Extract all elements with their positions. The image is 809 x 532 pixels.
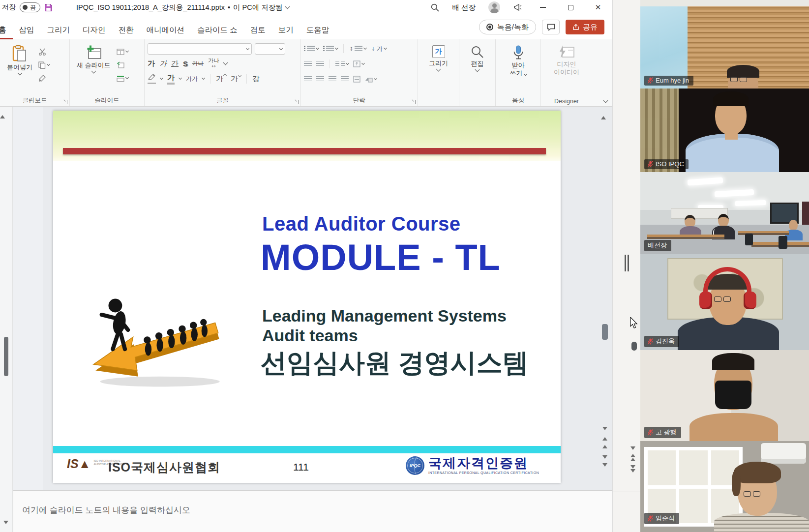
chevron-down-icon[interactable] (475, 67, 480, 72)
tab-slideshow[interactable]: 슬라이드 쇼 (191, 21, 244, 39)
text-shadow-button[interactable]: S (183, 59, 188, 68)
new-slide-button[interactable]: 새 슬라이드 (73, 42, 115, 96)
tab-draw[interactable]: 그리기 (41, 21, 77, 39)
chevron-down-icon[interactable] (384, 46, 387, 50)
font-dialog-launcher[interactable] (294, 100, 299, 104)
chevron-down-icon[interactable] (202, 76, 205, 80)
feedback-megaphone-icon[interactable] (513, 3, 523, 12)
chevron-down-icon[interactable] (335, 46, 338, 50)
thumbnail-scrollbar-thumb[interactable] (4, 337, 8, 376)
numbering-button[interactable] (323, 44, 338, 53)
chevron-down-icon[interactable] (363, 46, 367, 50)
align-center-button[interactable] (316, 75, 324, 84)
chevron-down-icon[interactable] (374, 77, 377, 80)
reset-slide-button[interactable] (117, 60, 128, 69)
chevron-down-icon[interactable] (125, 49, 129, 53)
paragraph-dialog-launcher[interactable] (411, 100, 416, 104)
draw-textbox-button[interactable]: 가 그리기 (424, 42, 453, 96)
scroll-up-arrow-icon[interactable] (0, 107, 5, 118)
participant-video-tile[interactable]: 김진욱 (640, 254, 809, 350)
clear-formatting-button[interactable]: 강 (252, 74, 260, 84)
copy-button[interactable] (38, 60, 50, 69)
bold-button[interactable]: 가 (148, 59, 155, 68)
splitter-handle[interactable] (625, 255, 629, 271)
align-text-button[interactable] (353, 59, 364, 68)
chevron-down-icon[interactable] (361, 61, 365, 65)
slide-thumbnail-panel[interactable] (13, 107, 43, 490)
change-case-button[interactable]: 가가 (186, 75, 198, 83)
tab-home[interactable]: 홈 (0, 21, 13, 39)
document-title[interactable]: IPQC_ISO 19011;2018_A_강의용_211114.pptx • … (76, 3, 289, 12)
chevron-down-icon[interactable] (125, 76, 129, 79)
double-down-arrow-icon[interactable] (630, 465, 635, 473)
cut-button[interactable] (38, 47, 50, 56)
shrink-font-button[interactable]: 가 (231, 74, 241, 84)
bullets-button[interactable] (304, 44, 319, 53)
chevron-down-icon[interactable] (91, 68, 96, 73)
search-icon[interactable] (431, 3, 439, 12)
autosave-toggle[interactable]: 끔 (20, 2, 40, 12)
next-slide-button[interactable] (602, 453, 607, 469)
edit-find-button[interactable]: 편집 (463, 42, 492, 96)
character-spacing-button[interactable]: 가나 ↔ (208, 58, 219, 69)
font-name-select[interactable] (148, 43, 252, 55)
slide-scrollbar[interactable] (601, 108, 609, 481)
collapse-ribbon-chevron-icon[interactable] (603, 98, 608, 103)
increase-indent-button[interactable] (316, 59, 324, 68)
save-icon[interactable] (44, 3, 53, 12)
clipboard-dialog-launcher[interactable] (63, 100, 67, 104)
tab-view[interactable]: 보기 (272, 21, 300, 39)
participant-video-tile[interactable]: 배선장 (640, 172, 809, 254)
text-direction-button[interactable]: ↓ 가 (371, 44, 386, 53)
section-button[interactable] (117, 74, 128, 83)
line-spacing-button[interactable]: ↕ (349, 44, 366, 53)
scroll-down-arrow-icon[interactable] (602, 427, 607, 430)
chevron-down-icon[interactable] (17, 70, 22, 75)
chevron-down-icon[interactable] (223, 60, 228, 65)
double-up-arrow-icon[interactable] (630, 454, 635, 461)
record-button[interactable]: 녹음/녹화 (479, 20, 536, 34)
participant-video-tile[interactable]: 임준식 (640, 441, 809, 532)
chevron-down-icon[interactable] (436, 66, 441, 71)
slide-scrollbar-thumb[interactable] (602, 324, 608, 340)
font-color-button[interactable]: 가 (167, 73, 175, 85)
tab-design[interactable]: 디자인 (76, 21, 112, 39)
italic-button[interactable]: 가 (159, 59, 167, 68)
thumbnail-scrollbar[interactable] (0, 107, 13, 532)
justify-button[interactable] (341, 75, 349, 84)
strip-scrollbar-thumb[interactable] (631, 342, 637, 351)
close-button[interactable]: ✕ (591, 1, 605, 14)
chevron-down-icon[interactable] (316, 46, 319, 50)
design-ideas-button[interactable]: 디자인 아이디어 (550, 42, 583, 96)
participant-video-tile[interactable]: 고 광행 (640, 350, 809, 441)
columns-button[interactable] (335, 59, 349, 68)
paste-button[interactable]: 붙여넣기 (3, 42, 36, 96)
chevron-down-icon[interactable] (285, 4, 290, 9)
dictate-button[interactable]: 받아 쓰기 (504, 42, 533, 96)
underline-button[interactable]: 간 (171, 59, 179, 68)
user-avatar[interactable] (488, 1, 500, 13)
chevron-down-icon[interactable] (179, 76, 182, 80)
decrease-indent-button[interactable] (304, 59, 312, 68)
chevron-down-icon[interactable] (47, 62, 50, 66)
chevron-down-icon[interactable] (160, 76, 163, 80)
slide-canvas[interactable]: Lead Auditor Course MODULE - TL Leading … (53, 111, 561, 483)
tab-animations[interactable]: 애니메이션 (140, 21, 191, 39)
maximize-button[interactable] (563, 1, 578, 14)
grow-font-button[interactable]: 가 (216, 74, 226, 84)
align-right-button[interactable] (329, 75, 336, 84)
tab-review[interactable]: 검토 (244, 21, 272, 39)
comments-button[interactable] (542, 20, 560, 34)
chevron-down-icon[interactable] (346, 61, 349, 65)
highlight-color-button[interactable] (148, 73, 156, 84)
tab-help[interactable]: 도움말 (300, 21, 336, 39)
strikethrough-button[interactable]: 가나 (192, 60, 204, 67)
tab-insert[interactable]: 삽입 (13, 21, 41, 39)
scroll-down-arrow-icon[interactable] (630, 446, 635, 450)
format-painter-button[interactable] (38, 74, 50, 83)
align-left-button[interactable] (304, 75, 312, 84)
scroll-up-arrow-icon[interactable] (601, 108, 606, 119)
notes-pane[interactable]: 여기에 슬라이드 노트의 내용을 입력하십시오 (13, 491, 612, 532)
participant-video-tile[interactable]: Eum hye jin (640, 0, 809, 89)
user-name[interactable]: 배 선장 (452, 3, 476, 12)
